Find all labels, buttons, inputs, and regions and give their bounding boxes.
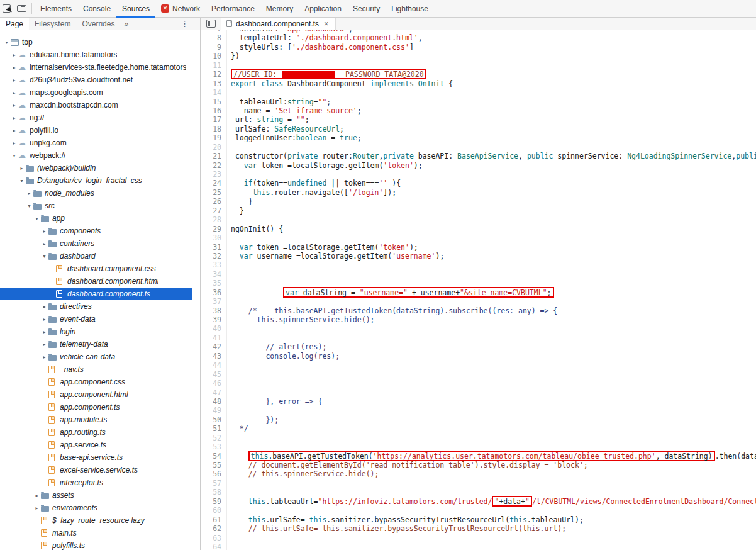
close-icon[interactable]: × xyxy=(323,19,330,28)
line-number[interactable]: 47 xyxy=(201,388,227,397)
line-number[interactable]: 60 xyxy=(201,506,227,515)
tree-item-directives[interactable]: ▸directives xyxy=(0,300,192,313)
chevron-closed-icon[interactable]: ▸ xyxy=(33,493,41,498)
navigator-tab-overrides[interactable]: Overrides xyxy=(76,18,120,30)
chevron-closed-icon[interactable]: ▸ xyxy=(25,191,33,196)
line-number[interactable]: 50 xyxy=(201,415,227,424)
tree-item-components[interactable]: ▸components xyxy=(0,225,192,237)
chevron-open-icon[interactable]: ▾ xyxy=(25,203,33,209)
line-number[interactable]: 14 xyxy=(201,88,227,97)
line-number[interactable]: 49 xyxy=(201,406,227,415)
tree-item-nav-ts[interactable]: _nav.ts xyxy=(0,363,192,376)
line-number[interactable]: 40 xyxy=(201,324,227,333)
tree-item-edukaan-home-tatamotors[interactable]: ▸☁edukaan.home.tatamotors xyxy=(0,48,192,61)
tree-item-main-ts[interactable]: main.ts xyxy=(0,527,192,539)
tab-sources[interactable]: Sources xyxy=(116,0,155,18)
tab-network[interactable]: ✕Network xyxy=(155,0,206,18)
line-number[interactable]: 31 xyxy=(201,243,227,252)
tab-console[interactable]: Console xyxy=(77,0,116,18)
tab-memory[interactable]: Memory xyxy=(260,0,299,18)
line-number[interactable]: 22 xyxy=(201,161,227,170)
line-number[interactable]: 61 xyxy=(201,515,227,524)
line-number[interactable]: 25 xyxy=(201,188,227,197)
tree-item-src[interactable]: ▾src xyxy=(0,199,192,212)
line-number[interactable]: 28 xyxy=(201,215,227,224)
chevron-closed-icon[interactable]: ▸ xyxy=(40,228,48,234)
line-number[interactable]: 56 xyxy=(201,469,227,478)
tree-item-polyfills-ts[interactable]: polyfills.ts xyxy=(0,539,192,550)
tree-item-app-service-ts[interactable]: app.service.ts xyxy=(0,439,192,451)
tree-item-d-angular-cv-login-fractal-css[interactable]: ▾D:/angular/cv_login_fractal_css xyxy=(0,174,192,187)
tree-item-app[interactable]: ▾app xyxy=(0,212,192,225)
line-number[interactable]: 43 xyxy=(201,352,227,361)
line-number[interactable]: 33 xyxy=(201,261,227,269)
tree-item-app-component-html[interactable]: app.component.html xyxy=(0,388,192,401)
line-number[interactable]: 20 xyxy=(201,143,227,152)
line-number[interactable]: 26 xyxy=(201,197,227,206)
tree-item-maps-googleapis-com[interactable]: ▸☁maps.googleapis.com xyxy=(0,86,192,99)
tree-item-dashboard-component-html[interactable]: dashboard.component.html xyxy=(0,275,192,288)
tree-item-excel-service-service-ts[interactable]: excel-service.service.ts xyxy=(0,464,192,476)
navigator-overflow-chevron[interactable]: » xyxy=(120,20,131,28)
tree-item-unpkg-com[interactable]: ▸☁unpkg.com xyxy=(0,137,192,149)
code-editor[interactable]: 7 selector: 'app-dashboard',8 templateUr… xyxy=(201,30,756,550)
line-number[interactable]: 24 xyxy=(201,179,227,188)
tab-application[interactable]: Application xyxy=(299,0,347,18)
editor-tab-dashboard-component-ts[interactable]: dashboard.component.ts × xyxy=(221,18,336,30)
chevron-open-icon[interactable]: ▾ xyxy=(10,153,18,159)
chevron-closed-icon[interactable]: ▸ xyxy=(40,304,48,310)
chevron-closed-icon[interactable]: ▸ xyxy=(10,128,18,133)
inspect-icon[interactable] xyxy=(3,4,11,13)
line-number[interactable]: 62 xyxy=(201,524,227,533)
line-number[interactable]: 29 xyxy=(201,225,227,233)
line-number[interactable]: 34 xyxy=(201,270,227,279)
line-number[interactable]: 21 xyxy=(201,152,227,160)
chevron-closed-icon[interactable]: ▸ xyxy=(10,52,18,58)
tree-item-dashboard[interactable]: ▾dashboard xyxy=(0,250,192,262)
chevron-open-icon[interactable]: ▾ xyxy=(3,40,11,45)
tree-item-lazy-route-resource-lazy[interactable]: $_lazy_route_resource lazy xyxy=(0,514,192,527)
tree-item-top[interactable]: ▾top xyxy=(0,36,192,48)
line-number[interactable]: 52 xyxy=(201,434,227,442)
line-number[interactable]: 45 xyxy=(201,370,227,379)
line-number[interactable]: 58 xyxy=(201,488,227,497)
line-number[interactable]: 53 xyxy=(201,442,227,451)
chevron-closed-icon[interactable]: ▸ xyxy=(40,342,48,347)
tree-item-base-api-service-ts[interactable]: base-api.service.ts xyxy=(0,451,192,464)
chevron-closed-icon[interactable]: ▸ xyxy=(40,354,48,360)
tree-item-telemetry-data[interactable]: ▸telemetry-data xyxy=(0,338,192,351)
line-number[interactable]: 41 xyxy=(201,334,227,342)
line-number[interactable]: 36 xyxy=(201,288,227,297)
line-number[interactable]: 27 xyxy=(201,206,227,215)
tree-item-ng[interactable]: ▸☁ng:// xyxy=(0,111,192,124)
line-number[interactable]: 12 xyxy=(201,70,227,79)
line-number[interactable]: 55 xyxy=(201,461,227,469)
tree-item-login[interactable]: ▸login xyxy=(0,325,192,338)
chevron-closed-icon[interactable]: ▸ xyxy=(40,317,48,322)
tree-item-app-component-css[interactable]: app.component.css xyxy=(0,376,192,388)
tree-item-polyfill-io[interactable]: ▸☁polyfill.io xyxy=(0,124,192,137)
line-number[interactable]: 13 xyxy=(201,79,227,88)
line-number[interactable]: 32 xyxy=(201,252,227,261)
line-number[interactable]: 9 xyxy=(201,43,227,52)
chevron-closed-icon[interactable]: ▸ xyxy=(40,329,48,335)
line-number[interactable]: 17 xyxy=(201,115,227,124)
line-number[interactable]: 18 xyxy=(201,125,227,133)
line-number[interactable]: 54 xyxy=(201,452,227,461)
tab-lighthouse[interactable]: Lighthouse xyxy=(386,0,434,18)
tree-item-dashboard-component-ts[interactable]: dashboard.component.ts xyxy=(0,288,192,300)
tree-item-webpack-buildin[interactable]: ▸(webpack)/buildin xyxy=(0,162,192,174)
chevron-closed-icon[interactable]: ▸ xyxy=(10,77,18,83)
chevron-closed-icon[interactable]: ▸ xyxy=(10,115,18,121)
line-number[interactable]: 15 xyxy=(201,98,227,106)
line-number[interactable]: 59 xyxy=(201,497,227,506)
chevron-open-icon[interactable]: ▾ xyxy=(40,254,48,259)
chevron-closed-icon[interactable]: ▸ xyxy=(10,140,18,146)
line-number[interactable]: 57 xyxy=(201,479,227,488)
navigator-menu-icon[interactable]: ⋮ xyxy=(178,18,191,30)
line-number[interactable]: 39 xyxy=(201,315,227,324)
navigator-toggle-icon[interactable] xyxy=(206,20,216,28)
line-number[interactable]: 8 xyxy=(201,33,227,42)
tab-security[interactable]: Security xyxy=(347,0,386,18)
device-toolbar-icon[interactable] xyxy=(17,5,26,12)
